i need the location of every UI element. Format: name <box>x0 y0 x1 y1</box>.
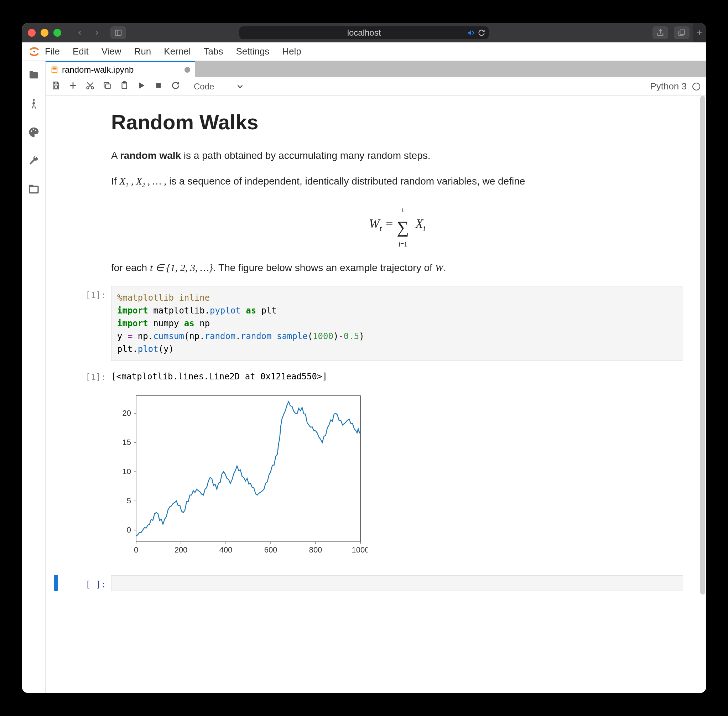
svg-rect-9 <box>30 186 38 193</box>
menu-settings[interactable]: Settings <box>236 46 269 57</box>
svg-text:800: 800 <box>309 545 322 554</box>
svg-rect-12 <box>55 82 58 84</box>
svg-text:600: 600 <box>264 545 278 554</box>
run-button[interactable] <box>137 81 146 92</box>
svg-point-6 <box>30 130 32 132</box>
menu-kernel[interactable]: Kernel <box>164 46 191 57</box>
line-chart: 0200400600800100005101520 <box>111 388 367 560</box>
svg-rect-0 <box>115 30 121 36</box>
active-code-cell[interactable]: [ ]: <box>54 575 698 591</box>
svg-point-8 <box>35 130 36 131</box>
svg-text:0: 0 <box>127 525 131 534</box>
markdown-cell[interactable]: Random Walks A random walk is a path obt… <box>111 110 683 275</box>
share-button[interactable] <box>652 26 668 39</box>
cut-button[interactable] <box>85 81 95 92</box>
folder-icon[interactable] <box>28 70 39 82</box>
tab-bar: random-walk.ipynb <box>46 61 706 77</box>
back-button[interactable] <box>72 26 88 39</box>
menu-tabs[interactable]: Tabs <box>203 46 223 57</box>
maximize-window-button[interactable] <box>53 29 61 37</box>
svg-text:10: 10 <box>123 467 131 476</box>
menu: File Edit View Run Kernel Tabs Settings … <box>45 46 301 57</box>
add-cell-button[interactable] <box>68 81 77 92</box>
svg-rect-13 <box>55 86 58 88</box>
url-text: localhost <box>347 28 381 38</box>
menu-run[interactable]: Run <box>134 46 152 57</box>
copy-button[interactable] <box>103 81 112 92</box>
window-controls <box>28 29 61 37</box>
output-text: [<matplotlib.lines.Line2D at 0x121ead550… <box>111 368 327 385</box>
heading: Random Walks <box>111 110 683 134</box>
kernel-status[interactable]: Python 3 <box>650 81 700 92</box>
scrollbar[interactable] <box>700 96 705 595</box>
reload-icon[interactable] <box>478 29 485 36</box>
svg-marker-23 <box>139 82 145 88</box>
svg-text:0: 0 <box>134 545 138 554</box>
code-cell[interactable]: [1]: %matplotlib inline import matplotli… <box>54 286 698 361</box>
cell-type-select[interactable]: Code <box>192 82 247 91</box>
paragraph: A random walk is a path obtained by accu… <box>111 148 683 163</box>
chevron-down-icon <box>235 82 245 91</box>
svg-text:400: 400 <box>219 545 232 554</box>
svg-text:5: 5 <box>127 496 131 505</box>
tab-filename: random-walk.ipynb <box>62 65 133 75</box>
browser-window: localhost + File Edit View <box>22 23 706 693</box>
titlebar: localhost + <box>22 23 706 42</box>
stop-button[interactable] <box>154 81 163 92</box>
notebook-area[interactable]: Random Walks A random walk is a path obt… <box>46 96 706 693</box>
wrench-icon[interactable] <box>28 155 39 168</box>
svg-rect-24 <box>156 83 161 88</box>
kernel-name: Python 3 <box>650 81 687 92</box>
svg-rect-3 <box>680 30 684 35</box>
notebook-tab[interactable]: random-walk.ipynb <box>46 61 195 77</box>
close-window-button[interactable] <box>28 29 36 37</box>
menubar: File Edit View Run Kernel Tabs Settings … <box>22 42 706 61</box>
paragraph: If X1 , X2 , … , is a sequence of indepe… <box>111 174 683 190</box>
output-cell: [1]: [<matplotlib.lines.Line2D at 0x121e… <box>54 368 698 385</box>
notebook-toolbar: Code Python 3 <box>46 77 706 96</box>
menu-help[interactable]: Help <box>282 46 301 57</box>
tabs-icon[interactable] <box>28 184 39 196</box>
input-prompt: [ ]: <box>58 575 111 591</box>
app-content: File Edit View Run Kernel Tabs Settings … <box>22 42 706 693</box>
restart-button[interactable] <box>171 81 180 92</box>
svg-point-7 <box>32 129 34 130</box>
svg-point-4 <box>33 51 35 52</box>
paragraph: for each t ∈ {1, 2, 3, …}. The figure be… <box>111 260 683 275</box>
code-input[interactable]: %matplotlib inline import matplotlib.pyp… <box>111 286 683 361</box>
activity-bar <box>22 61 46 693</box>
plot-output: 0200400600800100005101520 <box>111 388 698 561</box>
svg-text:200: 200 <box>174 545 188 554</box>
equation: Wt = t ∑ i=1 Xi <box>111 200 683 250</box>
svg-rect-20 <box>106 84 111 88</box>
svg-rect-11 <box>53 68 56 70</box>
save-button[interactable] <box>51 81 61 92</box>
jupyter-logo-icon <box>26 44 42 59</box>
minimize-window-button[interactable] <box>41 29 49 37</box>
svg-text:1000: 1000 <box>352 545 367 554</box>
svg-text:15: 15 <box>123 438 131 447</box>
input-prompt: [1]: <box>54 286 111 361</box>
output-prompt: [1]: <box>54 368 111 385</box>
nav-buttons <box>72 26 105 39</box>
new-tab-button[interactable]: + <box>693 23 706 42</box>
cell-type-label: Code <box>194 82 214 91</box>
unsaved-indicator-icon <box>185 67 190 73</box>
code-input[interactable] <box>111 575 683 591</box>
cell-active-indicator <box>54 575 58 591</box>
menu-view[interactable]: View <box>102 46 121 57</box>
paste-button[interactable] <box>120 81 129 92</box>
sidebar-toggle-button[interactable] <box>111 26 126 39</box>
forward-button[interactable] <box>89 26 105 39</box>
svg-text:20: 20 <box>123 409 131 417</box>
running-icon[interactable] <box>28 98 39 111</box>
address-bar[interactable]: localhost <box>239 26 489 39</box>
main-area: random-walk.ipynb Code <box>46 61 706 693</box>
menu-file[interactable]: File <box>45 46 60 57</box>
tabs-button[interactable] <box>674 26 690 39</box>
svg-rect-25 <box>136 396 361 542</box>
svg-point-5 <box>33 99 35 101</box>
palette-icon[interactable] <box>28 126 39 139</box>
menu-edit[interactable]: Edit <box>73 46 89 57</box>
kernel-idle-icon <box>692 83 700 91</box>
